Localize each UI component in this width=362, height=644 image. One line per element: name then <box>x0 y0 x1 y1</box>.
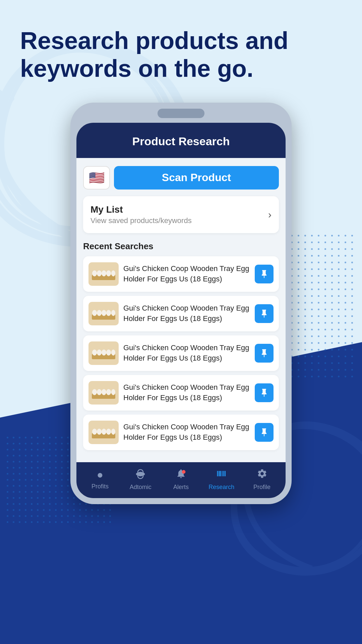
svg-point-41 <box>102 389 106 395</box>
nav-item-profile[interactable]: Profile <box>242 468 282 491</box>
product-thumbnail <box>88 381 119 405</box>
svg-point-9 <box>106 270 111 276</box>
svg-point-30 <box>102 350 106 356</box>
phone-screen: Product Research 🇺🇸 Scan Product My List… <box>76 123 286 498</box>
hero-title: Research products and keywords on the go… <box>20 27 342 83</box>
svg-point-7 <box>97 270 102 276</box>
my-list-card[interactable]: My List View saved products/keywords › <box>83 196 279 233</box>
product-thumbnail <box>88 341 119 365</box>
pin-button[interactable] <box>255 265 274 283</box>
profits-icon: ● <box>97 469 103 481</box>
bottom-nav: ● Profits Adtomic Alerts Research Profil… <box>76 462 286 498</box>
product-name: Gui's Chicken Coop Wooden Tray Egg Holde… <box>123 264 250 284</box>
nav-label-adtomic: Adtomic <box>130 484 152 491</box>
nav-item-profits[interactable]: ● Profits <box>80 469 120 490</box>
product-name: Gui's Chicken Coop Wooden Tray Egg Holde… <box>123 303 250 324</box>
search-item[interactable]: Gui's Chicken Coop Wooden Tray Egg Holde… <box>83 335 279 371</box>
svg-point-50 <box>92 429 97 435</box>
phone-notch <box>158 109 204 118</box>
svg-point-32 <box>111 350 115 356</box>
app-content: 🇺🇸 Scan Product My List View saved produ… <box>76 158 286 462</box>
svg-point-52 <box>102 429 106 435</box>
product-thumbnail <box>88 421 119 444</box>
nav-item-research[interactable]: Research <box>201 468 242 491</box>
svg-point-29 <box>97 350 102 356</box>
svg-point-28 <box>92 350 97 356</box>
app-title: Product Research <box>132 135 230 148</box>
flag-icon: 🇺🇸 <box>89 170 105 185</box>
svg-point-53 <box>106 429 111 435</box>
product-name: Gui's Chicken Coop Wooden Tray Egg Holde… <box>123 422 250 443</box>
nav-label-research: Research <box>208 484 234 491</box>
nav-label-profits: Profits <box>92 483 109 490</box>
flag-button[interactable]: 🇺🇸 <box>83 166 110 190</box>
recent-searches-label: Recent Searches <box>83 241 279 252</box>
profile-icon <box>257 468 267 482</box>
svg-point-31 <box>106 350 111 356</box>
adtomic-icon <box>135 468 146 482</box>
svg-point-8 <box>102 270 106 276</box>
research-icon <box>216 468 227 482</box>
svg-point-6 <box>92 270 97 276</box>
phone-wrapper: Product Research 🇺🇸 Scan Product My List… <box>0 103 362 504</box>
product-name: Gui's Chicken Coop Wooden Tray Egg Holde… <box>123 343 250 364</box>
pin-button[interactable] <box>255 344 274 363</box>
product-name: Gui's Chicken Coop Wooden Tray Egg Holde… <box>123 382 250 403</box>
alerts-icon <box>176 468 186 482</box>
search-item[interactable]: Gui's Chicken Coop Wooden Tray Egg Holde… <box>83 296 279 331</box>
svg-point-18 <box>97 310 102 316</box>
phone-frame: Product Research 🇺🇸 Scan Product My List… <box>70 103 292 504</box>
svg-point-51 <box>97 429 102 435</box>
product-thumbnail <box>88 262 119 286</box>
pin-button[interactable] <box>255 423 274 442</box>
scan-row: 🇺🇸 Scan Product <box>83 166 279 190</box>
nav-label-profile: Profile <box>253 484 270 491</box>
nav-item-adtomic[interactable]: Adtomic <box>120 468 161 491</box>
search-item[interactable]: Gui's Chicken Coop Wooden Tray Egg Holde… <box>83 415 279 450</box>
svg-point-21 <box>111 310 115 316</box>
my-list-text: My List View saved products/keywords <box>90 204 192 225</box>
nav-label-alerts: Alerts <box>173 484 189 491</box>
search-item[interactable]: Gui's Chicken Coop Wooden Tray Egg Holde… <box>83 256 279 292</box>
app-header: Product Research <box>76 123 286 158</box>
svg-point-10 <box>111 270 115 276</box>
svg-point-19 <box>102 310 106 316</box>
svg-point-39 <box>92 389 97 395</box>
pin-button[interactable] <box>255 304 274 323</box>
svg-point-55 <box>182 470 186 474</box>
page-header: Research products and keywords on the go… <box>0 0 362 96</box>
svg-point-42 <box>106 389 111 395</box>
search-item[interactable]: Gui's Chicken Coop Wooden Tray Egg Holde… <box>83 375 279 411</box>
svg-point-17 <box>92 310 97 316</box>
svg-point-43 <box>111 389 115 395</box>
search-items-list: Gui's Chicken Coop Wooden Tray Egg Holde… <box>83 256 279 450</box>
my-list-subtitle: View saved products/keywords <box>90 216 192 225</box>
svg-point-20 <box>106 310 111 316</box>
chevron-right-icon: › <box>268 209 272 220</box>
scan-product-button[interactable]: Scan Product <box>114 166 279 190</box>
nav-item-alerts[interactable]: Alerts <box>161 468 201 491</box>
svg-point-40 <box>97 389 102 395</box>
svg-point-54 <box>111 429 115 435</box>
product-thumbnail <box>88 302 119 325</box>
my-list-title: My List <box>90 204 192 215</box>
pin-button[interactable] <box>255 383 274 402</box>
